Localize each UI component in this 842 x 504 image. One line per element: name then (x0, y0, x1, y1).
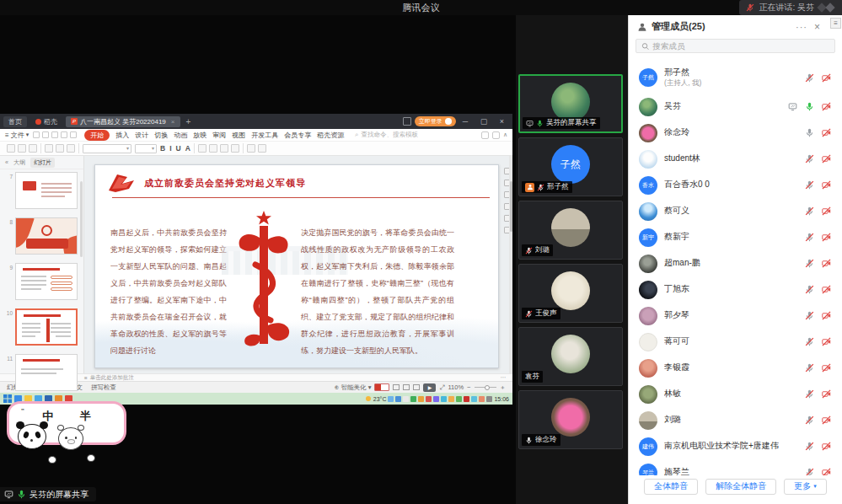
camera-off-icon[interactable] (822, 337, 831, 346)
font-size-select[interactable] (135, 144, 157, 153)
sorter-view-icon[interactable] (403, 384, 410, 390)
tray-icon[interactable] (471, 396, 477, 402)
camera-off-icon[interactable] (822, 442, 831, 451)
ribbon-tab-9[interactable]: 开发工具 (251, 131, 278, 140)
tray-icon[interactable] (486, 396, 492, 402)
screen-share-icon[interactable] (788, 102, 797, 111)
tab-outline[interactable]: 大纲 (13, 158, 25, 167)
member-row[interactable]: 新宇蔡新宇 (629, 224, 842, 250)
member-row[interactable]: 吴芬 (629, 94, 842, 120)
ribbon-tab-1[interactable]: 开始 (84, 130, 110, 141)
reading-view-icon[interactable] (413, 384, 420, 390)
mic-muted-icon[interactable] (805, 206, 814, 216)
mic-on-icon[interactable] (805, 102, 814, 111)
member-row[interactable]: 刘璐 (629, 407, 842, 433)
member-row[interactable]: 子然邢子然(主持人, 我) (629, 62, 842, 94)
insert-tools[interactable] (247, 144, 266, 153)
camera-off-icon[interactable] (822, 73, 831, 83)
member-row[interactable]: 超man-鹏 (629, 250, 842, 276)
mute-all-button[interactable]: 全体静音 (644, 479, 698, 495)
ribbon-tab-2[interactable]: 插入 (115, 131, 129, 140)
member-row[interactable]: 李银霞 (629, 355, 842, 381)
member-row[interactable]: 郭夕琴 (629, 303, 842, 329)
login-button[interactable]: 立即登录 (415, 116, 456, 126)
quick-access-toolbar[interactable] (33, 131, 77, 138)
camera-off-icon[interactable] (822, 180, 831, 190)
video-tile[interactable]: 吴芬的屏幕共享 (518, 74, 623, 133)
member-row[interactable]: 林敏 (629, 381, 842, 407)
wps-home-tab[interactable]: 首页 (3, 116, 27, 127)
slide-canvas[interactable]: 成立前敌委员会坚持党对起义军领导 南昌起义后，中共前敌委员会坚持党对起义军的领导… (94, 164, 499, 368)
member-row[interactable]: 建伟南京机电职业技术学院+唐建伟 (629, 433, 842, 459)
unmute-all-button[interactable]: 解除全体静音 (705, 479, 776, 495)
mic-idle-icon[interactable] (525, 437, 533, 444)
weather-temp[interactable]: 23°C (373, 396, 387, 402)
video-tile[interactable]: 王俊声 (518, 264, 623, 323)
video-tile[interactable]: 袁芬 (518, 327, 623, 386)
slide-thumb[interactable]: 11 (0, 351, 83, 397)
format-u-button[interactable]: U (176, 144, 181, 153)
more-button[interactable]: 更多▾ (784, 479, 827, 495)
edit-scrollbar[interactable] (509, 156, 512, 373)
mic-muted-icon[interactable] (525, 310, 533, 318)
taskbar-clock[interactable]: 15:06 (494, 396, 509, 402)
ribbon-right-icons[interactable]: ∧ (481, 131, 507, 139)
member-row[interactable]: 香水百合香水0 0 (629, 172, 842, 198)
panel-more-icon[interactable]: ··· (796, 22, 807, 32)
member-row[interactable]: 丁旭东 (629, 276, 842, 303)
zoom-slider[interactable] (475, 387, 496, 388)
tray-icon[interactable] (441, 396, 447, 402)
camera-off-icon[interactable] (822, 363, 831, 373)
mic-muted-icon[interactable] (805, 311, 814, 320)
mic-muted-icon[interactable] (805, 389, 814, 399)
slideshow-play-button[interactable]: ▶ (423, 383, 436, 392)
slide-tools[interactable] (45, 144, 75, 153)
mic-muted-icon[interactable] (805, 154, 814, 164)
mic-muted-icon[interactable] (805, 442, 814, 451)
font-family-select[interactable] (83, 144, 131, 153)
tray-icon[interactable] (433, 396, 439, 402)
member-row[interactable]: 蔡可义 (629, 198, 842, 224)
new-tab-button[interactable]: + (184, 117, 194, 126)
mic-muted-icon[interactable] (805, 285, 814, 294)
collapse-panel-icon[interactable]: « (5, 159, 8, 165)
ribbon-tab-10[interactable]: 会员专享 (284, 131, 311, 140)
video-tile[interactable]: 子然邢子然 (518, 137, 623, 196)
mic-muted-icon[interactable] (805, 233, 814, 242)
template-beautify-button[interactable] (374, 383, 389, 391)
ribbon-tab-8[interactable]: 视图 (232, 131, 245, 140)
tray-icon[interactable] (448, 396, 454, 402)
wps-docer-tab[interactable]: 稻壳 (30, 116, 62, 127)
zoom-out-button[interactable]: − (467, 383, 470, 391)
video-tile[interactable]: 刘璐 (518, 201, 623, 260)
video-tile[interactable]: 徐念玲 (518, 390, 623, 449)
mic-muted-icon[interactable] (805, 363, 814, 373)
tray-icon[interactable] (464, 396, 469, 402)
slide-thumb[interactable]: 7 (0, 169, 83, 215)
format-i-button[interactable]: I (169, 144, 171, 153)
normal-view-icon[interactable] (393, 384, 400, 390)
tray-icon[interactable] (426, 396, 432, 402)
slide-thumb-current[interactable]: 10 (0, 306, 83, 351)
clipboard-tools[interactable] (7, 144, 37, 153)
panel-collapse-button[interactable]: ≡ (830, 18, 841, 29)
panel-close-icon[interactable]: × (814, 21, 820, 33)
smart-beautify-button[interactable]: ⊕ 智能美化 ▾ (335, 383, 372, 392)
spellcheck-indicator[interactable]: 拼写检查 (91, 383, 116, 392)
format-a-button[interactable]: A (185, 144, 190, 153)
mic-muted-icon[interactable] (525, 247, 533, 255)
camera-off-icon[interactable] (822, 416, 831, 425)
ribbon-tab-4[interactable]: 切换 (154, 131, 168, 140)
camera-off-icon[interactable] (822, 311, 831, 320)
mic-muted-icon[interactable] (805, 73, 814, 83)
window-controls[interactable]: ─ ▢ × (463, 117, 509, 126)
camera-off-icon[interactable] (822, 233, 831, 242)
mic-muted-icon[interactable] (805, 180, 814, 190)
tray-icon[interactable] (456, 396, 462, 402)
format-b-button[interactable]: B (160, 144, 165, 153)
ribbon-tab-7[interactable]: 审阅 (212, 131, 226, 140)
tray-icon[interactable] (418, 396, 424, 402)
mic-muted-icon[interactable] (805, 337, 814, 346)
camera-off-icon[interactable] (822, 102, 831, 111)
camera-off-icon[interactable] (822, 285, 831, 294)
